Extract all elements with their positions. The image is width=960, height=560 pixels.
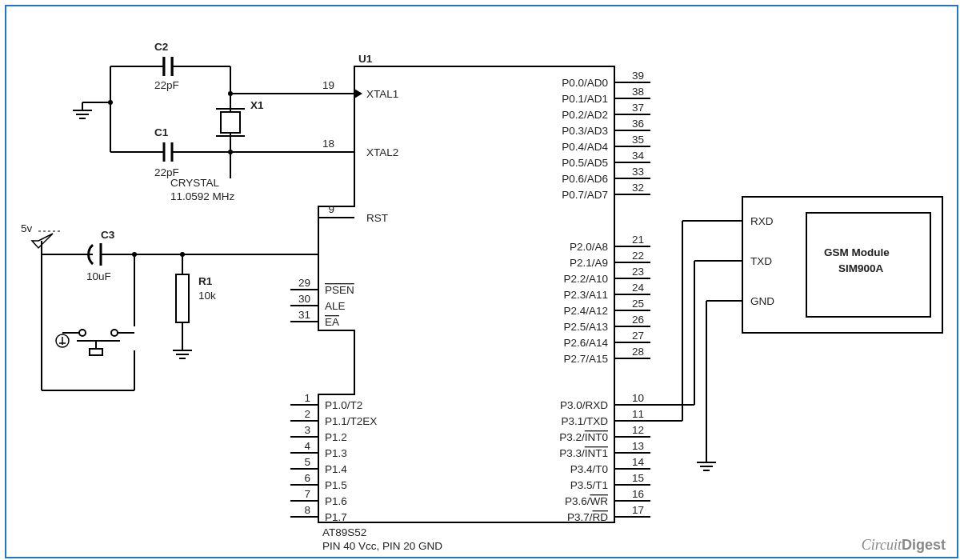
svg-text:P1.3: P1.3 [325,447,347,459]
svg-text:3: 3 [304,424,310,436]
svg-text:ALE: ALE [325,300,346,312]
svg-text:P3.2/INT0: P3.2/INT0 [559,431,608,443]
svg-text:X1: X1 [250,99,264,111]
uart-wires [650,221,716,470]
svg-text:P1.6: P1.6 [325,495,347,507]
svg-text:5v: 5v [21,222,33,234]
svg-text:TXD: TXD [750,255,772,267]
svg-text:22pF: 22pF [154,166,179,178]
reset-network: 5v C3 10uF R1 10k [21,218,318,390]
svg-text:24: 24 [632,282,645,294]
svg-text:P2.4/A12: P2.4/A12 [563,305,608,317]
svg-text:P3.4/T0: P3.4/T0 [570,463,608,475]
svg-rect-161 [176,274,189,322]
svg-text:P2.5/A13: P2.5/A13 [563,321,608,333]
svg-text:10: 10 [632,392,644,404]
svg-text:XTAL1: XTAL1 [366,88,398,100]
svg-text:CRYSTAL: CRYSTAL [170,177,220,189]
svg-text:P3.5/T1: P3.5/T1 [570,479,608,491]
svg-text:C3: C3 [101,229,115,241]
svg-text:P3.6/WR: P3.6/WR [565,495,608,507]
svg-text:P1.7: P1.7 [325,511,347,523]
svg-text:31: 31 [298,309,310,321]
svg-rect-173 [90,349,102,355]
svg-text:15: 15 [632,472,644,484]
schematic-frame: U1 19 XTAL1 18 XTAL2 9 RST 29 PSEN 30 AL… [5,5,958,558]
svg-point-169 [79,330,86,336]
svg-text:22: 22 [632,250,644,262]
svg-text:6: 6 [304,472,310,484]
svg-text:RST: RST [366,212,388,224]
svg-text:1: 1 [304,392,310,404]
svg-text:22pF: 22pF [154,79,179,91]
svg-text:37: 37 [632,102,644,114]
svg-text:4: 4 [304,440,310,452]
svg-text:P0.5/AD5: P0.5/AD5 [562,157,608,169]
schematic-svg: U1 19 XTAL1 18 XTAL2 9 RST 29 PSEN 30 AL… [6,6,957,557]
svg-text:P1.4: P1.4 [325,463,347,475]
svg-text:P0.6/AD6: P0.6/AD6 [562,173,608,185]
svg-text:P2.2/A10: P2.2/A10 [563,273,608,285]
svg-text:12: 12 [632,424,644,436]
svg-text:18: 18 [322,138,334,150]
svg-text:P2.6/A14: P2.6/A14 [563,337,608,349]
svg-text:P1.2: P1.2 [325,431,347,443]
svg-text:13: 13 [632,440,644,452]
svg-text:26: 26 [632,314,644,326]
svg-text:R1: R1 [198,275,213,287]
svg-text:32: 32 [632,182,644,194]
svg-text:38: 38 [632,86,644,98]
svg-text:16: 16 [632,488,644,500]
svg-text:EA: EA [325,316,339,328]
svg-text:P2.3/A11: P2.3/A11 [563,289,608,301]
svg-text:28: 28 [632,346,644,358]
watermark: CircuitDigest [862,537,946,554]
svg-text:P2.0/A8: P2.0/A8 [570,241,608,253]
svg-rect-124 [221,112,240,133]
svg-text:17: 17 [632,504,644,516]
svg-text:10uF: 10uF [86,270,111,282]
svg-text:39: 39 [632,70,644,82]
gsm-module: GSM Module SIM900A RXD TXD GND [714,197,942,333]
svg-text:P0.2/AD2: P0.2/AD2 [562,109,608,121]
svg-text:14: 14 [632,456,645,468]
svg-text:P3.7/RD: P3.7/RD [567,511,608,523]
svg-text:5: 5 [304,456,310,468]
svg-text:7: 7 [304,488,310,500]
svg-text:P1.1/T2EX: P1.1/T2EX [325,415,377,427]
svg-text:11: 11 [632,408,644,420]
svg-text:PSEN: PSEN [325,284,354,296]
svg-text:10k: 10k [198,290,216,302]
svg-text:23: 23 [632,266,644,278]
svg-text:P0.7/AD7: P0.7/AD7 [562,189,608,201]
svg-text:P0.1/AD1: P0.1/AD1 [562,93,608,105]
xtal-network: X1 CRYSTAL 11.0592 MHz C2 22pF C1 22pF [73,41,318,202]
svg-text:RXD: RXD [750,215,774,227]
svg-text:34: 34 [632,150,645,162]
svg-text:P2.7/A15: P2.7/A15 [563,353,608,365]
mcu-power-note: PIN 40 Vcc, PIN 20 GND [322,540,442,552]
svg-text:GSM Module: GSM Module [824,246,890,258]
svg-text:P0.4/AD4: P0.4/AD4 [562,141,608,153]
svg-text:P2.1/A9: P2.1/A9 [570,257,608,269]
svg-text:P3.1/TXD: P3.1/TXD [561,415,608,427]
svg-text:P1.5: P1.5 [325,479,347,491]
svg-text:36: 36 [632,118,644,130]
svg-text:25: 25 [632,298,644,310]
svg-text:P1.0/T2: P1.0/T2 [325,399,362,411]
svg-text:P3.0/RXD: P3.0/RXD [560,399,608,411]
svg-text:P0.0/AD0: P0.0/AD0 [562,77,608,89]
svg-text:9: 9 [328,203,334,215]
svg-text:27: 27 [632,330,644,342]
svg-text:8: 8 [304,504,310,516]
svg-text:P0.3/AD3: P0.3/AD3 [562,125,608,137]
svg-text:30: 30 [298,293,310,305]
svg-text:29: 29 [298,277,310,289]
svg-text:19: 19 [322,79,334,91]
svg-text:2: 2 [304,408,310,420]
svg-text:35: 35 [632,134,644,146]
svg-text:C2: C2 [154,41,168,53]
mcu-ref: U1 [358,53,373,65]
svg-point-170 [111,330,118,336]
svg-text:GND: GND [750,295,774,307]
